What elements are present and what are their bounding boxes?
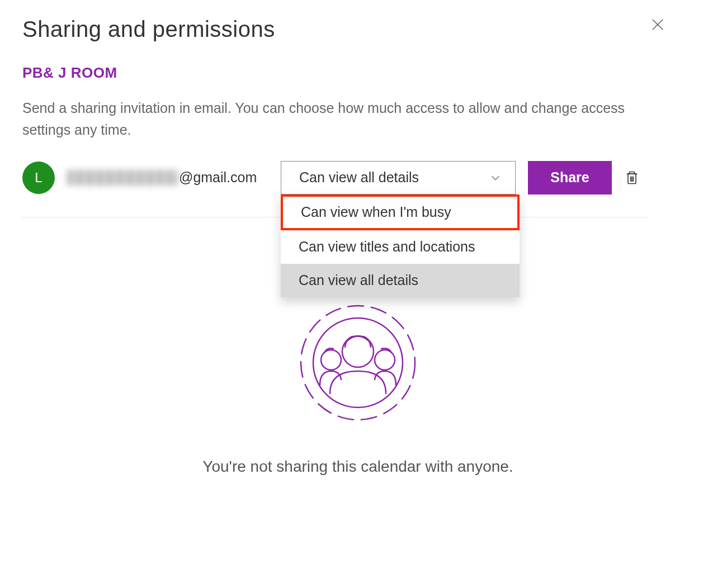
delete-button[interactable] (624, 170, 640, 186)
permission-selected-label: Can view all details (299, 169, 419, 186)
sharing-permissions-panel: Sharing and permissions PB& J ROOM Send … (0, 0, 727, 588)
email-local-redacted (67, 170, 179, 186)
invitee-email: @gmail.com (67, 169, 268, 186)
share-button-label: Share (550, 169, 589, 186)
trash-icon (624, 170, 640, 186)
calendar-name: PB& J ROOM (22, 64, 693, 82)
permission-option-label: Can view when I'm busy (301, 204, 451, 220)
svg-point-6 (301, 306, 415, 420)
empty-state-message: You're not sharing this calendar with an… (202, 458, 513, 476)
sharing-description: Send a sharing invitation in email. You … (22, 97, 671, 141)
page-title: Sharing and permissions (22, 17, 693, 42)
permission-select[interactable]: Can view all details (281, 161, 516, 195)
permission-option-titles-locations[interactable]: Can view titles and locations (281, 230, 520, 264)
permission-option-all-details[interactable]: Can view all details (281, 264, 520, 297)
permission-option-busy[interactable]: Can view when I'm busy (281, 195, 520, 230)
email-domain: @gmail.com (179, 169, 257, 186)
invite-row: L @gmail.com Can view all details Can vi… (22, 161, 649, 217)
share-button[interactable]: Share (528, 161, 612, 195)
permission-dropdown: Can view when I'm busy Can view titles a… (281, 195, 520, 297)
svg-point-7 (313, 318, 403, 407)
permission-option-label: Can view titles and locations (299, 239, 475, 255)
close-button[interactable] (650, 17, 665, 32)
avatar: L (22, 162, 55, 194)
permission-option-label: Can view all details (299, 272, 418, 288)
people-illustration-icon (296, 301, 419, 424)
avatar-initial: L (35, 170, 42, 186)
permission-select-wrap: Can view all details Can view when I'm b… (281, 161, 516, 195)
chevron-down-icon (489, 172, 502, 184)
empty-state: You're not sharing this calendar with an… (22, 301, 693, 476)
close-icon (650, 17, 665, 32)
